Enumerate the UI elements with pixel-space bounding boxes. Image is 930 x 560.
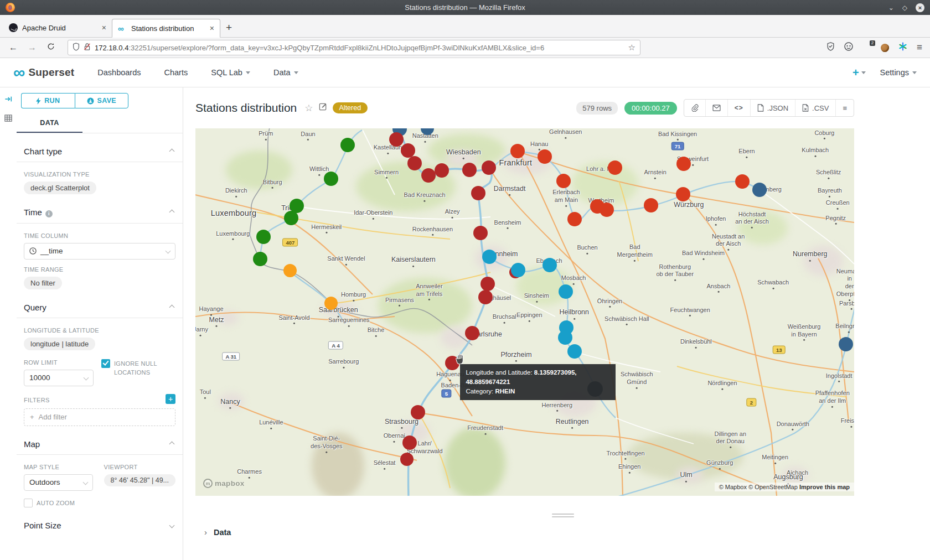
map-point[interactable] xyxy=(559,284,573,299)
map-style-select[interactable]: Outdoors xyxy=(24,474,93,491)
map-point[interactable] xyxy=(473,226,488,240)
tab-data[interactable]: DATA xyxy=(17,114,82,133)
export-json-button[interactable]: .JSON xyxy=(750,100,795,116)
map-point[interactable] xyxy=(600,203,614,217)
map-point[interactable] xyxy=(478,290,493,304)
map-point[interactable] xyxy=(324,172,338,186)
settings-menu[interactable]: Settings xyxy=(880,68,917,77)
improve-map-link[interactable]: Improve this map xyxy=(799,484,850,490)
section-time[interactable]: Timei xyxy=(24,208,175,217)
viewport-value[interactable]: 8° 46' 45.28" | 49... xyxy=(104,474,175,486)
url-bar[interactable]: 172.18.0.4:32251/superset/explore/?form_… xyxy=(68,40,640,55)
mapbox-logo[interactable]: m mapbox xyxy=(203,479,245,488)
panel-resize-handle[interactable] xyxy=(552,514,574,517)
map-point[interactable] xyxy=(402,435,417,450)
favorite-star-icon[interactable]: ☆ xyxy=(304,102,313,114)
time-column-select[interactable]: __time xyxy=(24,243,175,260)
lonlat-value[interactable]: longitude | latitude xyxy=(24,338,95,350)
expand-datasource-icon[interactable] xyxy=(4,95,13,105)
run-button[interactable]: RUN xyxy=(21,93,75,108)
map-point[interactable] xyxy=(644,198,658,212)
map-point[interactable] xyxy=(324,297,338,310)
insecure-lock-icon[interactable] xyxy=(84,43,91,53)
section-chart-type[interactable]: Chart type xyxy=(24,147,175,156)
map-point[interactable] xyxy=(676,157,691,171)
tab-apache-druid[interactable]: Apache Druid × xyxy=(3,18,112,37)
tab-close-icon[interactable]: × xyxy=(210,24,214,33)
maximize-icon[interactable]: ◇ xyxy=(902,4,907,11)
map-point[interactable] xyxy=(480,277,495,291)
map-point[interactable] xyxy=(465,326,479,340)
close-icon[interactable]: × xyxy=(916,3,924,12)
edit-properties-icon[interactable] xyxy=(319,102,327,113)
new-tab-button[interactable]: + xyxy=(226,22,232,34)
map-point[interactable] xyxy=(283,264,297,277)
map-point[interactable] xyxy=(482,160,496,175)
ignore-null-checkbox[interactable] xyxy=(101,359,110,368)
forward-button[interactable]: → xyxy=(24,43,40,53)
back-button[interactable]: ← xyxy=(6,43,21,53)
nav-item-sql-lab[interactable]: SQL Lab xyxy=(211,68,250,77)
map-point[interactable] xyxy=(735,174,750,189)
map-point[interactable] xyxy=(538,149,552,164)
dataset-grid-icon[interactable] xyxy=(4,114,13,125)
extension-mask-icon[interactable] xyxy=(844,42,853,53)
section-query[interactable]: Query xyxy=(24,303,175,312)
map-point[interactable] xyxy=(340,138,355,152)
map-point[interactable] xyxy=(558,330,572,345)
map-point[interactable] xyxy=(567,344,582,359)
map-point[interactable] xyxy=(411,405,425,419)
time-range-value[interactable]: No filter xyxy=(24,277,62,289)
tab-close-icon[interactable]: × xyxy=(102,23,106,32)
chart-menu-button[interactable]: ≡ xyxy=(835,100,854,116)
tab-stations-distribution[interactable]: ∞ Stations distribution × xyxy=(112,19,220,38)
row-limit-select[interactable]: 10000 xyxy=(24,370,94,386)
extension-shield-icon[interactable] xyxy=(826,42,835,53)
map-point[interactable] xyxy=(256,230,271,244)
section-map[interactable]: Map xyxy=(24,439,175,449)
map-point[interactable] xyxy=(511,263,525,277)
map-point[interactable] xyxy=(253,252,267,266)
save-button[interactable]: SAVE xyxy=(75,93,129,108)
nav-item-data[interactable]: Data xyxy=(273,68,298,77)
attribution-mapbox[interactable]: © Mapbox xyxy=(719,484,747,490)
tracking-shield-icon[interactable] xyxy=(73,43,80,53)
colorful-extension-icon[interactable] xyxy=(898,42,907,53)
map-point[interactable] xyxy=(510,144,525,158)
map-point[interactable] xyxy=(471,186,485,200)
map-point[interactable] xyxy=(462,163,477,177)
bookmark-star-icon[interactable]: ☆ xyxy=(628,43,636,53)
attribution-osm[interactable]: © OpenStreetMap xyxy=(748,484,798,490)
map-point[interactable] xyxy=(389,132,404,147)
map-point[interactable] xyxy=(676,187,690,201)
ublock-icon[interactable]: 2 xyxy=(862,43,871,53)
map-point[interactable] xyxy=(567,212,582,226)
view-query-button[interactable]: <> xyxy=(727,100,750,116)
cookie-icon[interactable] xyxy=(881,44,889,52)
map-point[interactable] xyxy=(407,156,422,170)
data-results-expander[interactable]: › Data xyxy=(195,527,930,537)
reload-button[interactable] xyxy=(43,43,59,53)
minimize-icon[interactable]: ⌄ xyxy=(888,4,894,11)
map-point[interactable] xyxy=(482,250,497,264)
map-point[interactable] xyxy=(435,163,449,178)
browser-menu-icon[interactable]: ≡ xyxy=(917,42,922,53)
add-filter-dropzone[interactable]: + Add filter xyxy=(24,408,175,426)
map-point[interactable] xyxy=(401,143,415,158)
share-link-button[interactable] xyxy=(684,100,705,116)
map-point[interactable] xyxy=(542,258,557,272)
viz-type-value[interactable]: deck.gl Scatterplot xyxy=(24,182,96,194)
deckgl-scatterplot-map[interactable]: PrümDaunNastättenGelnhausenBad Kissingen… xyxy=(195,128,854,496)
email-button[interactable] xyxy=(705,100,727,116)
map-point[interactable] xyxy=(421,168,436,183)
map-point[interactable] xyxy=(752,183,767,197)
section-point-size[interactable]: Point Size xyxy=(24,521,175,530)
map-point[interactable] xyxy=(556,174,571,188)
nav-item-dashboards[interactable]: Dashboards xyxy=(97,68,141,77)
map-point[interactable] xyxy=(284,211,298,225)
add-filter-button[interactable]: + xyxy=(166,394,175,404)
map-point[interactable] xyxy=(608,160,622,175)
map-point[interactable] xyxy=(839,337,853,351)
nav-item-charts[interactable]: Charts xyxy=(164,68,188,77)
superset-logo[interactable]: ∞ Superset xyxy=(13,66,74,79)
